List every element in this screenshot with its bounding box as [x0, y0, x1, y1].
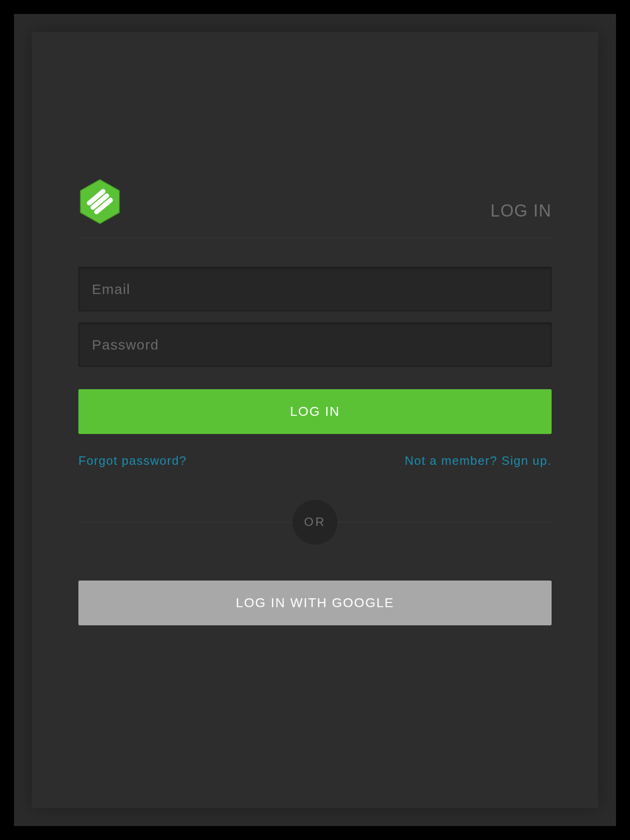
login-panel: LOG IN LOG IN Forgot password? Not a mem…: [32, 32, 598, 808]
login-button[interactable]: LOG IN: [78, 389, 552, 434]
or-label: OR: [293, 500, 337, 545]
outer-frame: LOG IN LOG IN Forgot password? Not a mem…: [14, 14, 616, 826]
brand-logo-icon: [78, 179, 121, 224]
login-form: LOG IN Forgot password? Not a member? Si…: [78, 267, 552, 625]
divider: OR: [78, 522, 552, 522]
google-login-button[interactable]: LOG IN WITH GOOGLE: [78, 581, 552, 625]
links-row: Forgot password? Not a member? Sign up.: [78, 454, 552, 468]
email-input[interactable]: [78, 267, 552, 311]
forgot-password-link[interactable]: Forgot password?: [78, 454, 187, 468]
header-row: LOG IN: [78, 179, 552, 238]
password-input[interactable]: [78, 322, 552, 367]
signup-link[interactable]: Not a member? Sign up.: [405, 454, 552, 468]
page-title: LOG IN: [490, 201, 552, 221]
